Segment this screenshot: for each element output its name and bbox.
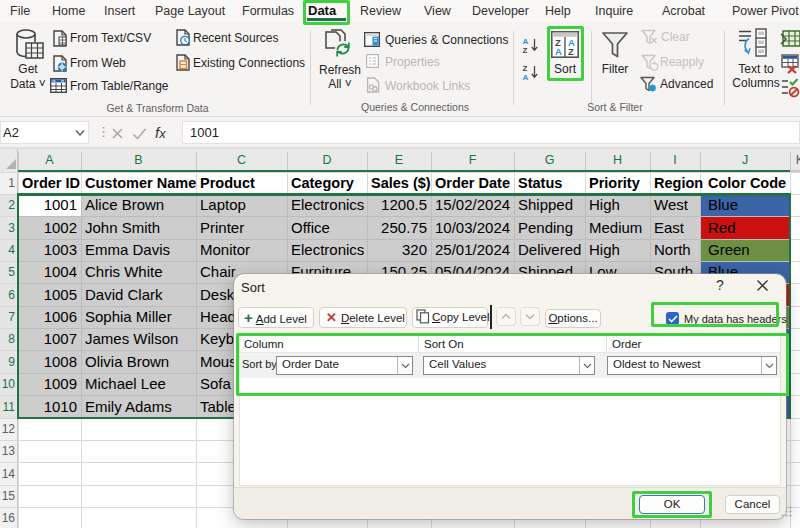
svg-text:Z: Z (523, 46, 528, 54)
svg-text:A: A (523, 73, 529, 81)
